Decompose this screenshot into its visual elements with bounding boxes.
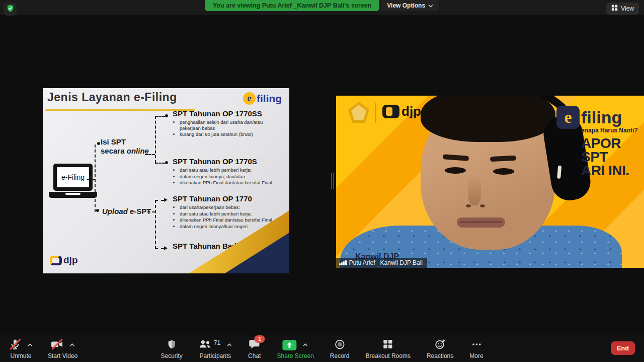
record-button[interactable]: Record xyxy=(330,338,350,359)
djp-logo-icon xyxy=(50,256,62,265)
breakout-rooms-icon xyxy=(383,339,393,351)
participant-name-tag: Putu Arief _Kanwil DJP Bali xyxy=(336,258,427,268)
reactions-label: Reactions xyxy=(427,352,453,359)
audio-options-caret[interactable] xyxy=(27,343,33,347)
screen-share-banner-group: You are viewing Putu Arief _Kanwil DJP B… xyxy=(0,0,644,11)
participants-label: Participants xyxy=(200,352,231,359)
view-button[interactable]: View xyxy=(606,3,639,15)
start-video-button[interactable]: Start Video xyxy=(48,338,77,359)
djp-logo-text: djp xyxy=(401,104,421,119)
person-eye xyxy=(493,168,514,175)
participant-name: Putu Arief _Kanwil DJP Bali xyxy=(349,259,423,266)
end-meeting-button[interactable]: End xyxy=(611,341,635,355)
branch-online-line2: secara online xyxy=(101,147,149,156)
participant-video-tile: djp e filing enapa Harus Nanti? APOR SPT… xyxy=(336,96,644,268)
video-options-caret[interactable] xyxy=(69,343,75,347)
top-bar: You are viewing Putu Arief _Kanwil DJP B… xyxy=(0,0,644,15)
connector xyxy=(145,154,155,155)
efiling-logo: e filing xyxy=(243,92,282,105)
connector xyxy=(147,211,155,212)
chat-label: Chat xyxy=(248,352,261,359)
shared-screen-slide: Jenis Layanan e-Filing e filing e-Filing… xyxy=(43,88,289,273)
poster-line2: APOR SPT xyxy=(581,136,644,164)
person-nose xyxy=(468,175,481,205)
connector xyxy=(155,116,156,163)
connector-node xyxy=(96,209,99,212)
unmute-button[interactable]: Unmute xyxy=(9,338,33,359)
meeting-toolbar: Unmute Start Video xyxy=(0,335,644,362)
spt-bullet: kurang dari 60 juta setahun (bruto) xyxy=(180,131,280,137)
share-screen-button[interactable]: Share Screen xyxy=(277,338,313,359)
efiling-wordmark: filing xyxy=(581,108,622,127)
spt-bullet: dari satu atau lebih pemberi kerja; xyxy=(180,211,280,217)
djp-logo-text: djp xyxy=(63,255,78,266)
connector xyxy=(155,200,164,201)
participants-count: 71 xyxy=(214,339,220,346)
signal-strength-icon xyxy=(339,260,347,265)
connector xyxy=(87,179,95,180)
connector-arrow xyxy=(164,246,168,250)
spt-item-1770s: SPT Tahunan OP 1770S dari satu atau lebi… xyxy=(173,157,280,186)
connector xyxy=(155,163,165,164)
reactions-button[interactable]: Reactions xyxy=(427,338,453,359)
person-nostrils xyxy=(466,204,471,207)
chat-button[interactable]: 1 Chat xyxy=(248,338,261,359)
efiling-e-mark: e xyxy=(556,106,580,129)
efiling-logo: e filing xyxy=(556,106,622,129)
view-button-label: View xyxy=(621,5,634,12)
participants-caret[interactable] xyxy=(226,343,232,347)
more-ellipsis-icon xyxy=(470,339,482,351)
slide-title: Jenis Layanan e-Filing xyxy=(47,91,177,104)
participants-icon xyxy=(199,339,212,351)
view-options-button[interactable]: View Options xyxy=(381,0,439,11)
chat-unread-badge: 1 xyxy=(255,335,265,343)
connector xyxy=(155,200,156,249)
more-label: More xyxy=(469,352,483,359)
kemenkeu-emblem-icon xyxy=(348,102,369,123)
branch-isi-spt-online: Isi SPT secara online xyxy=(101,137,149,156)
breakout-rooms-label: Breakout Rooms xyxy=(366,352,411,359)
security-button[interactable]: Security xyxy=(160,338,182,359)
panel-resize-handle[interactable] xyxy=(330,173,335,189)
connector xyxy=(155,116,165,117)
connector-node xyxy=(165,161,168,164)
participants-button[interactable]: 71 Participants xyxy=(199,338,232,359)
djp-logo: djp xyxy=(50,255,78,266)
muted-microphone-icon xyxy=(9,338,21,352)
viewing-banner: You are viewing Putu Arief _Kanwil DJP B… xyxy=(205,0,379,11)
laptop-screen-label: e-Filing xyxy=(61,173,85,181)
reactions-smiley-icon xyxy=(434,338,446,351)
efiling-wordmark: filing xyxy=(257,93,282,105)
chat-bubble-icon: 1 xyxy=(249,338,261,351)
spt-item-1770: SPT Tahunan OP 1770 dari usaha/pekerjaan… xyxy=(173,194,280,230)
djp-logo: djp xyxy=(382,104,421,119)
start-video-label: Start Video xyxy=(48,352,77,359)
share-options-caret[interactable] xyxy=(303,343,308,347)
spt-item-1770ss: SPT Tahunan OP 1770SS penghasilan selain… xyxy=(173,109,280,138)
djp-logo-icon xyxy=(382,105,399,118)
more-button[interactable]: More xyxy=(469,338,483,359)
spt-title: SPT Tahunan OP 1770 xyxy=(173,194,280,203)
spt-bullet: dari satu atau lebih pemberi kerja; xyxy=(180,167,280,173)
share-screen-label: Share Screen xyxy=(277,352,313,359)
logo-divider xyxy=(375,103,376,123)
branch-online-line1: Isi SPT xyxy=(101,137,149,147)
person-lips xyxy=(457,218,505,228)
spt-title: SPT Tahunan OP 1770S xyxy=(173,157,280,166)
spt-bullet: dikenakan PPh Final dan/atau bersifat Fi… xyxy=(180,180,280,186)
connector xyxy=(155,248,164,249)
spt-bullet: dalam negeri lainnya; dan/atau xyxy=(180,174,280,180)
chevron-down-icon xyxy=(428,0,433,11)
laptop-base xyxy=(49,192,97,198)
camera-off-icon xyxy=(50,338,63,352)
person-eye xyxy=(445,167,466,174)
efiling-e-mark: e xyxy=(243,92,256,105)
spt-title: SPT Tahunan OP 1770SS xyxy=(173,109,280,118)
laptop-icon: e-Filing xyxy=(48,164,98,198)
poster-line3: ARI INI. xyxy=(581,164,644,177)
breakout-rooms-button[interactable]: Breakout Rooms xyxy=(366,338,411,359)
backdrop-poster-text: enapa Harus Nanti? APOR SPT ARI INI. xyxy=(581,127,644,177)
share-screen-icon xyxy=(283,340,297,350)
security-label: Security xyxy=(160,352,182,359)
shield-icon xyxy=(167,339,177,351)
